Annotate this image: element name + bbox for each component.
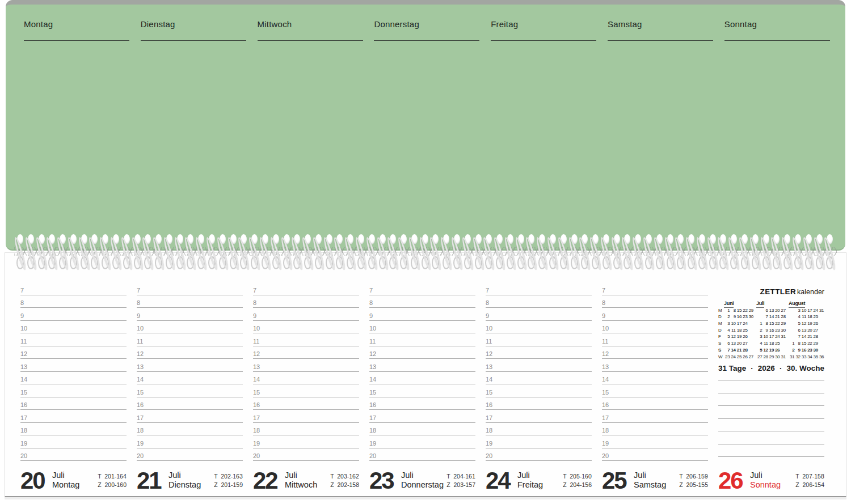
mini-cal-cell: 7 <box>794 333 800 340</box>
mini-cal-cell: 30 <box>812 347 818 354</box>
date-month: Juli <box>634 471 666 480</box>
hour-label: 16 <box>253 402 260 409</box>
hour-label: 12 <box>369 351 376 358</box>
mini-cal-cell: 27 <box>742 340 747 347</box>
binding-ring <box>527 230 536 276</box>
date-day-number: 22 <box>253 470 285 492</box>
date-weekday: Dienstag <box>168 480 201 490</box>
mini-cal-row: M3101724181522295121926 <box>718 320 824 327</box>
hour-row: 18 <box>602 423 708 436</box>
hour-row: 16 <box>253 397 359 410</box>
mini-cal-cell: 24 <box>812 307 818 314</box>
hour-row: 12 <box>486 346 592 359</box>
hour-label: 9 <box>137 313 140 320</box>
board-day-underline <box>491 40 596 41</box>
week-grid: 7891011121314151617181920789101112131415… <box>20 282 824 461</box>
mini-cal-cell: 24 <box>742 320 747 327</box>
mini-cal-cell: 10 <box>762 333 768 340</box>
note-line <box>718 444 824 458</box>
binding-ring <box>687 230 696 276</box>
hour-row: 9 <box>137 308 243 321</box>
day-column: 7891011121314151617181920 <box>486 282 592 461</box>
hour-label: 8 <box>137 300 140 307</box>
date-day-counts: T 204-161Z 203-157 <box>446 470 475 492</box>
hour-row: 7 <box>20 282 127 295</box>
mini-cal-cell: 14 <box>768 314 774 320</box>
mini-calendar: JuniJuliAugustM181522296132027310172431D… <box>718 300 824 360</box>
binding-ring <box>335 230 344 276</box>
hour-row: 13 <box>369 359 475 372</box>
hour-row: 8 <box>137 295 243 308</box>
hour-row: 10 <box>602 321 708 334</box>
date-z-count: Z 204-156 <box>563 481 592 489</box>
date-month: Juli <box>285 471 317 480</box>
binding-ring <box>90 230 99 276</box>
binding-ring <box>474 230 483 276</box>
mini-cal-cell: 17 <box>736 320 742 327</box>
board-day-column: Montag <box>24 19 130 41</box>
mini-cal-row: D2916233071421284111825 <box>718 314 824 320</box>
hour-label: 19 <box>20 441 27 448</box>
hour-row: 17 <box>602 410 708 423</box>
hour-label: 9 <box>20 313 24 320</box>
hour-label: 12 <box>20 351 27 358</box>
mini-cal-cell: 15 <box>801 340 806 347</box>
hour-label: 10 <box>486 325 492 333</box>
mini-cal-month-group: 310172431 <box>756 333 786 340</box>
hour-row: 13 <box>20 359 127 372</box>
hour-label: 18 <box>602 427 609 435</box>
date-day-counts: T 201-164Z 200-160 <box>98 470 127 492</box>
binding-ring <box>27 230 36 276</box>
mini-cal-month-group: 4111825 <box>724 327 753 334</box>
hour-row: 8 <box>369 295 475 308</box>
date-z-count: Z 202-158 <box>330 481 359 489</box>
mini-cal-cell: 7 <box>724 347 730 354</box>
hour-row: 11 <box>137 333 243 346</box>
hour-row: 17 <box>253 410 359 423</box>
hour-row: 20 <box>20 448 127 461</box>
hour-label: 8 <box>20 300 24 307</box>
mini-cal-cell: 17 <box>768 333 774 340</box>
hour-row: 19 <box>602 435 708 448</box>
binding-ring <box>559 230 568 276</box>
hour-label: 20 <box>486 453 492 460</box>
hour-row: 15 <box>369 384 475 397</box>
board-day-label: Mittwoch <box>258 19 364 29</box>
date-month-weekday: JuliDonnerstag <box>401 470 444 492</box>
date-month-weekday: JuliMittwoch <box>285 470 317 492</box>
date-day-number: 20 <box>20 470 52 492</box>
board-day-underline <box>141 40 246 41</box>
hour-row: 11 <box>20 333 127 346</box>
date-weekday: Sonntag <box>750 480 781 490</box>
binding-ring <box>80 230 89 276</box>
hour-label: 15 <box>20 389 27 397</box>
hour-row: 10 <box>369 321 475 334</box>
hour-label: 9 <box>253 313 256 320</box>
hour-label: 14 <box>602 376 609 384</box>
mini-cal-cell: 8 <box>794 340 800 347</box>
mini-cal-cell: 34 <box>806 354 812 361</box>
hour-row: 14 <box>253 372 359 385</box>
mini-cal-cell: 26 <box>742 354 747 361</box>
hour-label: 17 <box>369 415 376 422</box>
hour-row: 12 <box>253 346 359 359</box>
binding-ring <box>357 230 366 276</box>
hour-label: 16 <box>137 402 144 409</box>
mini-cal-cell: 5 <box>724 333 730 340</box>
mini-cal-month-group: 2728293031 <box>756 354 786 361</box>
date-t-count: T 207-158 <box>795 472 824 481</box>
mini-cal-cell: 35 <box>812 354 818 361</box>
binding-ring <box>261 230 270 276</box>
hour-row: 10 <box>20 321 127 334</box>
date-t-count: T 203-162 <box>330 472 359 481</box>
note-line <box>718 393 824 406</box>
date-cell: 21JuliDienstagT 202-163Z 201-159 <box>137 468 243 492</box>
mini-cal-cell: 20 <box>774 307 780 314</box>
mini-cal-cell: 20 <box>806 327 812 334</box>
board-day-label: Freitag <box>491 19 597 29</box>
date-month: Juli <box>517 471 543 480</box>
calendar-page: 7891011121314151617181920789101112131415… <box>5 252 846 497</box>
hour-row: 11 <box>602 333 708 346</box>
mini-cal-day-label: W <box>718 354 724 361</box>
hour-label: 13 <box>20 364 27 371</box>
